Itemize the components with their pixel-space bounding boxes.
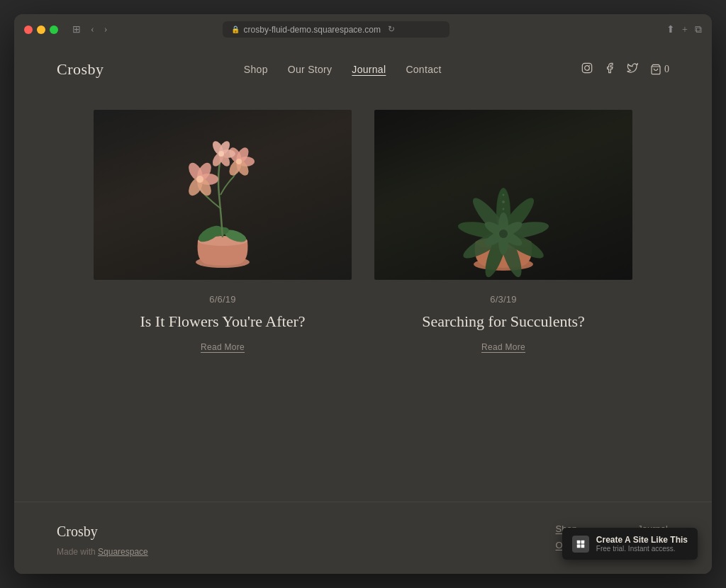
read-more-2[interactable]: Read More [481,342,525,352]
lock-icon: 🔒 [231,26,240,33]
post-title-2: Searching for Succulents? [422,312,585,332]
url-text: crosby-fluid-demo.squarespace.com [244,25,381,35]
main-nav: Shop Our Story Journal Contact [244,64,442,75]
squarespace-cta-text: Create A Site Like This Free trial. Inst… [596,535,688,553]
post-card-1: 6/6/19 Is It Flowers You're After? Read … [94,110,352,352]
cta-subtitle: Free trial. Instant access. [596,545,688,553]
nav-item-contact[interactable]: Contact [406,64,441,75]
site-footer: Crosby Made with Squarespace Shop Our St… [14,502,712,574]
address-bar[interactable]: 🔒 crosby-fluid-demo.squarespace.com ↻ [223,21,449,38]
svg-point-48 [499,230,508,238]
svg-rect-50 [581,540,584,543]
svg-point-14 [196,176,203,183]
svg-point-26 [218,151,224,157]
post-image-1[interactable] [94,110,352,280]
browser-window: ⊞ ‹ › 🔒 crosby-fluid-demo.squarespace.co… [14,14,712,574]
cart-button[interactable]: 0 [649,64,669,75]
squarespace-cta[interactable]: Create A Site Like This Free trial. Inst… [562,528,698,560]
browser-action-buttons: ⬆ + ⧉ [666,23,702,35]
tab-overview-button[interactable]: ⧉ [695,24,702,35]
main-content: 6/6/19 Is It Flowers You're After? Read … [14,96,712,502]
svg-point-41 [503,194,505,196]
svg-rect-51 [577,544,581,548]
post-date-1: 6/6/19 [209,294,235,305]
sidebar-toggle-button[interactable]: ⊞ [69,22,84,37]
instagram-icon[interactable] [581,62,593,77]
traffic-light-green[interactable] [50,26,58,34]
squarespace-link[interactable]: Squarespace [98,547,148,557]
read-more-1[interactable]: Read More [201,342,245,352]
made-with-text: Made with [57,547,96,557]
nav-item-our-story[interactable]: Our Story [288,64,333,75]
browser-controls: ⊞ ‹ › [69,22,110,37]
refresh-button[interactable]: ↻ [388,24,395,35]
cta-title: Create A Site Like This [596,535,688,545]
post-title-1: Is It Flowers You're After? [140,312,305,332]
squarespace-logo-icon [572,536,589,553]
posts-grid: 6/6/19 Is It Flowers You're After? Read … [94,110,632,352]
post-date-2: 6/3/19 [490,294,516,305]
site-logo[interactable]: Crosby [57,60,104,79]
traffic-light-yellow[interactable] [37,26,45,34]
svg-point-2 [589,65,590,66]
new-tab-button[interactable]: + [682,24,688,35]
svg-rect-52 [581,544,584,548]
footer-left: Crosby Made with Squarespace [57,524,148,557]
share-button[interactable]: ⬆ [666,23,675,35]
svg-point-40 [503,208,505,210]
cart-count: 0 [664,64,669,75]
traffic-lights [24,26,58,34]
forward-button[interactable]: › [101,23,111,37]
facebook-icon[interactable] [604,62,615,77]
svg-point-1 [585,66,590,71]
social-nav: 0 [581,62,669,77]
post-card-2: 6/3/19 Searching for Succulents? Read Mo… [374,110,632,352]
twitter-icon[interactable] [627,62,638,77]
nav-item-journal[interactable]: Journal [352,64,386,75]
site-header: Crosby Shop Our Story Journal Contact [14,43,712,96]
browser-chrome: ⊞ ‹ › 🔒 crosby-fluid-demo.squarespace.co… [14,14,712,43]
nav-item-shop[interactable]: Shop [244,64,268,75]
post-image-2[interactable] [374,110,632,280]
svg-rect-49 [577,540,581,543]
back-button[interactable]: ‹ [88,23,97,37]
svg-point-39 [502,200,505,203]
svg-point-20 [236,159,242,164]
footer-logo: Crosby [57,524,148,540]
svg-rect-0 [582,63,591,72]
website-content: Crosby Shop Our Story Journal Contact [14,43,712,574]
traffic-light-red[interactable] [24,26,33,34]
footer-credit: Made with Squarespace [57,547,148,557]
